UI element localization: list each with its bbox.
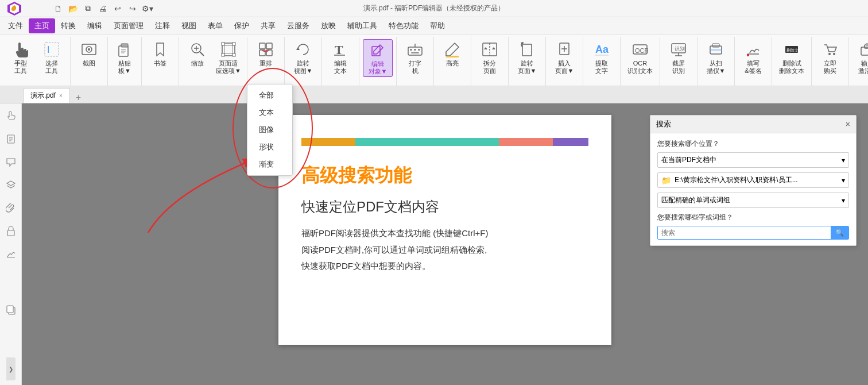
pdf-body-line-1: 福昕PDF阅读器提供文本查找功能 (快捷键Ctrl+F): [301, 225, 588, 242]
menu-edit[interactable]: 编辑: [82, 18, 108, 33]
sidebar-expand-button[interactable]: ❯: [6, 357, 16, 380]
ribbon-group-highlight: 高亮: [434, 37, 471, 86]
sidebar-page-icon[interactable]: [3, 131, 19, 147]
redo-icon[interactable]: ↪: [126, 2, 139, 15]
select-tool-button[interactable]: I 选择工具: [37, 39, 67, 76]
ribbon-group-redact: 删除文本 删除试删除文本: [772, 37, 812, 86]
svg-rect-79: [7, 306, 13, 313]
menu-form[interactable]: 表单: [202, 18, 228, 33]
menu-assist[interactable]: 辅助工具: [342, 18, 383, 33]
screenshot-label: 截图: [83, 60, 95, 67]
svg-rect-17: [224, 45, 232, 53]
ribbon-buttons-bookmark: 书签: [145, 37, 175, 86]
bookmark-button[interactable]: 书签: [145, 39, 175, 68]
svg-rect-41: [522, 44, 532, 56]
menu-help[interactable]: 帮助: [424, 18, 451, 33]
typewriter-button[interactable]: 打字机: [400, 39, 430, 76]
search-input[interactable]: [658, 226, 831, 239]
search-location-select[interactable]: 在当前PDF文档中 ▾: [657, 152, 849, 168]
extract-text-button[interactable]: Aa 提取文字: [587, 39, 617, 76]
ribbon-buttons-edit-text: T 编辑文本: [326, 37, 355, 86]
svg-rect-58: [747, 54, 749, 56]
edit-object-button[interactable]: 编辑对象▼: [363, 39, 393, 77]
search-match-select[interactable]: 匹配精确的单词或词组 ▾: [657, 192, 849, 208]
menu-special[interactable]: 特色功能: [383, 18, 424, 33]
paste-button[interactable]: 粘贴板▼: [111, 39, 138, 76]
dropdown-text[interactable]: 文本: [247, 104, 292, 121]
svg-rect-55: [712, 44, 719, 47]
redact-button[interactable]: 删除文本 删除试删除文本: [776, 39, 808, 76]
typewriter-label: 打字机: [409, 60, 421, 75]
dropdown-image[interactable]: 图像: [247, 121, 292, 138]
color-bar: [301, 138, 588, 146]
reorder-button[interactable]: 重排: [251, 39, 281, 68]
sidebar-comment-icon[interactable]: [3, 154, 19, 170]
rotate-page-button[interactable]: 旋转页面▼: [512, 39, 542, 76]
svg-rect-8: [121, 44, 128, 47]
input-code-button[interactable]: 输入激活码: [852, 39, 868, 76]
menu-share[interactable]: 共享: [255, 18, 281, 33]
ribbon-group-rotate-view: 旋转视图▼: [285, 37, 322, 86]
sidebar-copy-icon[interactable]: [3, 302, 19, 318]
menu-cloud[interactable]: 云服务: [281, 18, 315, 33]
rotate-view-button[interactable]: 旋转视图▼: [288, 39, 318, 76]
paste-label: 粘贴板▼: [118, 60, 131, 75]
new-icon[interactable]: 🗋: [52, 2, 64, 15]
search-body: 您要搜索哪个位置？ 在当前PDF文档中 ▾ 📁 E:\黄宗松文件\入职资料\入职…: [650, 133, 856, 245]
search-header: 搜索 ×: [650, 116, 856, 133]
window-title: 演示.pdf - 福昕PDF编辑器（未经授权的产品）: [363, 3, 505, 13]
svg-rect-34: [411, 52, 419, 53]
buy-icon: [821, 40, 839, 59]
fit-page-label: 页面适应选项▼: [216, 60, 241, 75]
tab-demo-pdf[interactable]: 演示.pdf ×: [23, 88, 70, 103]
ocr-button[interactable]: OCR OCR识别文本: [624, 39, 656, 76]
sidebar-attach-icon[interactable]: [3, 200, 19, 216]
edit-object-label: 编辑对象▼: [369, 60, 388, 75]
dropdown-all[interactable]: 全部: [247, 87, 292, 104]
menu-protect[interactable]: 保护: [228, 18, 255, 33]
print-icon[interactable]: 🖨: [96, 2, 109, 15]
menu-page-manage[interactable]: 页面管理: [108, 18, 149, 33]
sidebar-sign-icon[interactable]: [3, 246, 19, 262]
svg-marker-26: [296, 47, 300, 50]
search-submit-button[interactable]: 🔍: [831, 226, 848, 239]
window-icon[interactable]: ⧉: [82, 2, 94, 15]
menu-file[interactable]: 文件: [2, 18, 29, 33]
split-button[interactable]: 拆分页面: [475, 39, 505, 76]
open-icon[interactable]: 📂: [67, 2, 79, 15]
tab-close-button[interactable]: ×: [59, 93, 63, 99]
menu-present[interactable]: 放映: [315, 18, 342, 33]
insert-icon: [555, 40, 574, 59]
search-path-select[interactable]: 📁 E:\黄宗松文件\入职资料\入职资料\员工... ▾: [657, 172, 849, 188]
search-close-button[interactable]: ×: [846, 120, 850, 129]
buy-button[interactable]: 立即购买: [815, 39, 845, 76]
svg-text:OCR: OCR: [635, 47, 648, 54]
insert-button[interactable]: 插入页面▼: [549, 39, 579, 76]
fit-page-button[interactable]: 页面适应选项▼: [214, 39, 243, 76]
sidebar-hand-icon[interactable]: [3, 108, 19, 124]
highlight-button[interactable]: 高亮: [437, 39, 467, 68]
screen-ocr-button[interactable]: 识别 截屏识别: [664, 39, 693, 76]
scan-button[interactable]: 从扫描仪▼: [701, 39, 731, 76]
fill-sign-button[interactable]: 填写&签名: [738, 39, 768, 76]
tab-add-button[interactable]: +: [73, 93, 83, 103]
edit-text-button[interactable]: T 编辑文本: [326, 39, 355, 76]
edit-object-dropdown: 全部 文本 图像 形状 渐变: [247, 84, 293, 176]
ribbon-buttons-fill-sign: 填写&签名: [738, 37, 768, 86]
custom-icon[interactable]: ⚙▾: [141, 2, 154, 15]
pdf-viewer[interactable]: 高级搜索功能 快速定位PDF文档内容 福昕PDF阅读器提供文本查找功能 (快捷键…: [22, 103, 868, 385]
sidebar-lock-icon[interactable]: [3, 223, 19, 239]
undo-icon[interactable]: ↩: [111, 2, 124, 15]
menu-home[interactable]: 主页: [29, 18, 55, 33]
dropdown-shape[interactable]: 形状: [247, 138, 292, 156]
ribbon-buttons-rotate-page: 旋转页面▼: [512, 37, 542, 86]
screenshot-button[interactable]: 截图: [74, 39, 104, 68]
menu-annotate[interactable]: 注释: [149, 18, 176, 33]
edit-text-label: 编辑文本: [334, 60, 347, 75]
hand-tool-button[interactable]: 手型工具: [6, 39, 36, 76]
menu-view[interactable]: 视图: [176, 18, 202, 33]
zoom-button[interactable]: 缩放: [183, 39, 212, 68]
sidebar-layers-icon[interactable]: [3, 177, 19, 193]
dropdown-gradient[interactable]: 渐变: [247, 156, 292, 173]
menu-convert[interactable]: 转换: [55, 18, 82, 33]
